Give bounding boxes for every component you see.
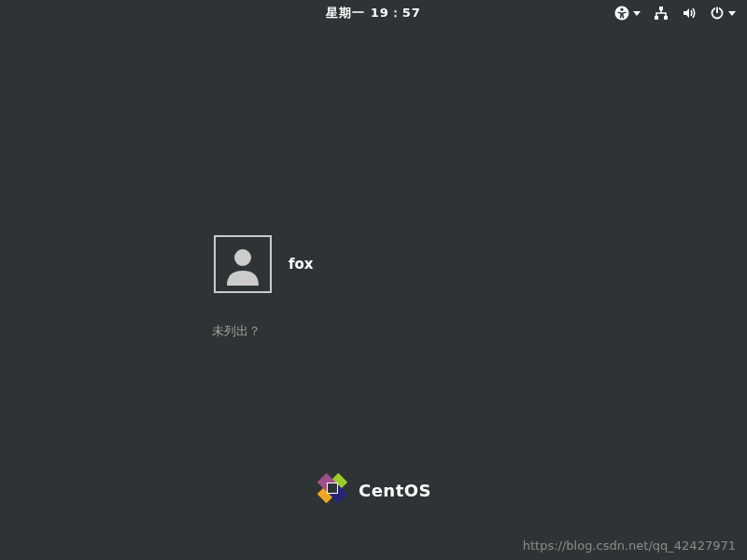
volume-indicator[interactable] (682, 6, 697, 21)
os-branding: CentOS (316, 471, 431, 509)
svg-point-9 (234, 249, 251, 266)
user-entry[interactable]: fox (210, 231, 537, 297)
network-indicator[interactable] (654, 6, 669, 21)
top-bar: 星期一 19：57 (0, 0, 747, 26)
centos-logo-icon (316, 471, 349, 509)
chevron-down-icon (633, 11, 641, 16)
network-icon (654, 6, 669, 21)
svg-rect-4 (664, 16, 668, 20)
topbar-right-group (614, 6, 736, 21)
svg-point-1 (620, 8, 623, 11)
svg-rect-2 (659, 7, 663, 10)
avatar (214, 235, 272, 293)
clock-datetime[interactable]: 星期一 19：57 (326, 5, 421, 21)
svg-rect-3 (655, 16, 658, 20)
volume-icon (682, 6, 697, 21)
power-menu[interactable] (710, 6, 736, 21)
not-listed-link[interactable]: 未列出？ (210, 323, 537, 340)
watermark-text: https://blog.csdn.net/qq_42427971 (523, 539, 736, 553)
power-icon (710, 6, 725, 21)
svg-rect-15 (328, 483, 337, 493)
accessibility-icon (614, 6, 629, 21)
user-name-label: fox (289, 256, 314, 273)
os-name-label: CentOS (359, 481, 431, 500)
login-area: fox 未列出？ (210, 231, 537, 340)
avatar-placeholder-icon (221, 243, 264, 286)
chevron-down-icon (728, 11, 736, 16)
accessibility-menu[interactable] (614, 6, 641, 21)
